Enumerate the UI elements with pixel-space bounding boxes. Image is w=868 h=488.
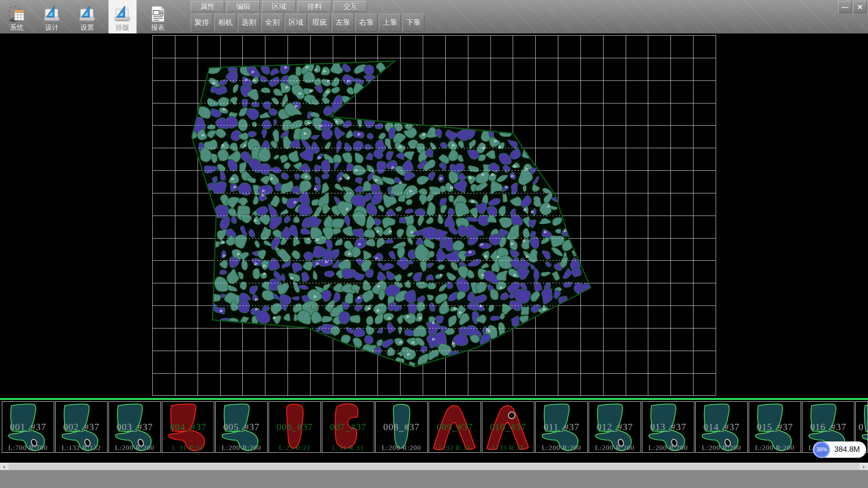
memory-percent-circle: 38% (813, 441, 830, 458)
piece-thumbnail[interactable]: 001_#37L:700 R:700 (2, 401, 54, 453)
piece-thumbnail[interactable]: 013_#37L:200 R:200 (642, 401, 694, 453)
piece-lr-count: L:31 R:31 (162, 444, 214, 452)
piece-lr-count: L:200 R:200 (216, 444, 267, 452)
piece-lr-count: L:32 R:31 (429, 444, 481, 452)
app-window: 系统设计设置排版报表 属性编辑区域排料交互 聚排相机选割全割区域瑕疵左靠右靠上靠… (0, 0, 868, 488)
tool-camera[interactable]: 相机 (214, 14, 236, 32)
menu-interact[interactable]: 交互 (334, 1, 367, 12)
piece-thumbnail[interactable]: 006_#37L:21 R:21 (269, 401, 321, 453)
menu-region[interactable]: 区域 (262, 1, 296, 12)
piece-lr-count: L:200 R:200 (109, 444, 160, 452)
piece-id-label: 011_#37 (536, 422, 587, 433)
minimize-button[interactable]: — (838, 1, 852, 13)
piece-id-label: 014_#37 (696, 422, 747, 433)
ruler-icon (43, 5, 61, 23)
status-bar (0, 470, 868, 488)
piece-thumbnail[interactable]: 002_#37L:132 R:132 (55, 401, 108, 453)
tool-snap-top[interactable]: 上靠 (379, 14, 401, 32)
piece-thumbnail[interactable]: 012_#37L:200 R:200 (589, 401, 641, 453)
app-tabs: 系统设计设置排版报表 (3, 0, 179, 33)
tool-select-cut[interactable]: 选割 (238, 14, 260, 32)
scroll-right-icon[interactable]: › (859, 463, 868, 470)
piece-lr-count: L:31 R:31 (322, 444, 374, 452)
horizontal-scrollbar[interactable]: ‹ › (0, 463, 868, 470)
piece-id-label: 009_#37 (429, 422, 481, 433)
nesting-canvas[interactable] (0, 33, 868, 398)
app-tab-setup[interactable]: 设置 (73, 0, 101, 33)
piece-lr-count: L:200 R:200 (696, 444, 747, 452)
ruler-icon (113, 5, 132, 23)
menu-row-primary: 属性编辑区域排料交互 (191, 1, 425, 12)
piece-id-label: 0 (859, 422, 868, 433)
piece-id-label: 006_#37 (269, 422, 321, 433)
piece-id-label: 013_#37 (642, 422, 694, 433)
piece-id-label: 010_#37 (482, 422, 534, 433)
app-tab-label: 系统 (10, 23, 24, 32)
piece-lr-count: L:33 R:33 (482, 444, 534, 452)
piece-lr-count: L:132 R:132 (56, 444, 107, 452)
piece-lr-count: L:200 R:200 (749, 444, 801, 452)
piece-id-label: 003_#37 (109, 422, 160, 433)
app-tab-report[interactable]: 报表 (144, 0, 172, 33)
gear-icon (8, 5, 26, 23)
app-tab-layout[interactable]: 排版 (108, 0, 137, 33)
menu-area: 属性编辑区域排料交互 聚排相机选割全割区域瑕疵左靠右靠上靠下靠 (191, 0, 425, 32)
tool-snap-bottom[interactable]: 下靠 (402, 14, 425, 32)
piece-id-label: 007_#37 (322, 422, 374, 433)
app-tab-label: 报表 (151, 23, 165, 32)
menu-properties[interactable]: 属性 (191, 1, 224, 12)
tool-cluster-nest[interactable]: 聚排 (191, 14, 213, 32)
piece-thumbnail[interactable]: 010_#37L:33 R:33 (482, 401, 534, 453)
piece-thumbnail[interactable]: 011_#37L:200 R:200 (535, 401, 588, 453)
piece-id-label: 002_#37 (56, 422, 107, 433)
tool-cut-all[interactable]: 全割 (261, 14, 283, 32)
window-controls: — ✕ (838, 1, 867, 13)
tool-snap-right[interactable]: 右靠 (355, 14, 377, 32)
piece-thumbnail[interactable]: 004_#37L:31 R:31 (162, 401, 214, 453)
menu-row-secondary: 聚排相机选割全割区域瑕疵左靠右靠上靠下靠 (191, 14, 425, 32)
piece-thumbnail[interactable]: 005_#37L:200 R:200 (215, 401, 268, 453)
piece-thumbnail[interactable]: 008_#37L:200 R:200 (375, 401, 428, 453)
piece-thumbnail[interactable]: 009_#37L:32 R:31 (429, 401, 481, 453)
piece-id-label: 015_#37 (749, 422, 801, 433)
menu-edit[interactable]: 编辑 (226, 1, 260, 12)
memory-value: 384.8M (834, 445, 860, 454)
piece-id-label: 001_#37 (2, 422, 54, 433)
app-tab-design[interactable]: 设计 (38, 0, 66, 33)
piece-thumbnail[interactable]: 003_#37L:200 R:200 (108, 401, 161, 453)
piece-lr-count: L:200 R:200 (536, 444, 587, 452)
piece-lr-count: L:200 R:200 (642, 444, 694, 452)
piece-id-label: 008_#37 (376, 422, 427, 433)
piece-id-label: 004_#37 (162, 422, 214, 433)
top-toolbar: 系统设计设置排版报表 属性编辑区域排料交互 聚排相机选割全割区域瑕疵左靠右靠上靠… (0, 0, 868, 33)
scroll-left-icon[interactable]: ‹ (0, 463, 9, 470)
filmstrip-divider (0, 398, 868, 400)
piece-lr-count: L:200 R:200 (589, 444, 641, 452)
ruler-icon (78, 5, 96, 23)
piece-thumbnail[interactable]: 015_#37L:200 R:200 (749, 401, 801, 453)
piece-lr-count: L:200 R:200 (376, 444, 427, 452)
tool-zone[interactable]: 区域 (285, 14, 307, 32)
piece-thumbnails: 001_#37L:700 R:700002_#37L:132 R:132003_… (2, 401, 868, 453)
tool-defect[interactable]: 瑕疵 (308, 14, 330, 32)
report-icon (149, 5, 167, 23)
tool-snap-left[interactable]: 左靠 (332, 14, 354, 32)
app-tab-system[interactable]: 系统 (3, 0, 31, 33)
menu-nesting[interactable]: 排料 (298, 1, 331, 12)
app-tab-label: 设置 (80, 23, 94, 32)
close-button[interactable]: ✕ (853, 1, 867, 13)
piece-filmstrip: 001_#37L:700 R:700002_#37L:132 R:132003_… (0, 398, 868, 456)
piece-thumbnail[interactable]: 007_#37L:31 R:31 (322, 401, 374, 453)
piece-id-label: 016_#37 (802, 422, 854, 433)
app-tab-label: 排版 (116, 23, 129, 32)
piece-thumbnail[interactable]: 014_#37L:200 R:200 (695, 401, 748, 453)
app-tab-label: 设计 (45, 23, 59, 32)
piece-lr-count: L:21 R:21 (269, 444, 321, 452)
piece-id-label: 005_#37 (216, 422, 267, 433)
piece-id-label: 012_#37 (589, 422, 641, 433)
memory-badge: 38% 384.8M (813, 441, 866, 458)
piece-lr-count: L:700 R:700 (2, 444, 54, 452)
